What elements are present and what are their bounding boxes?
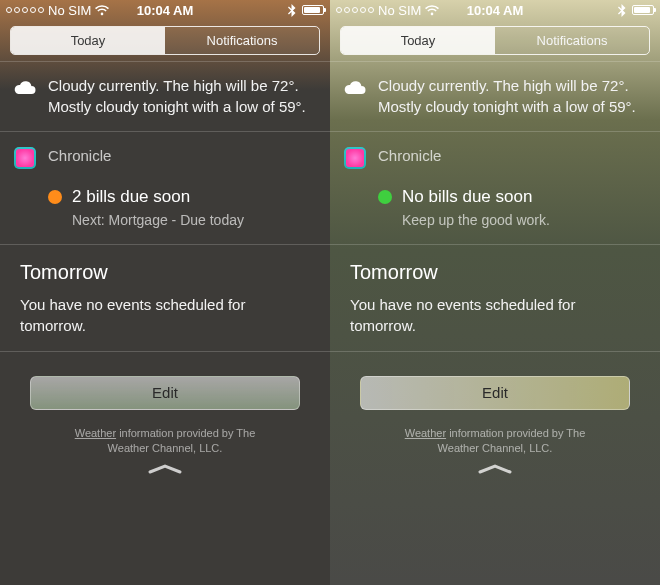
segmented-control: Today Notifications (340, 26, 650, 55)
chronicle-widget[interactable]: Chronicle No bills due soon Keep up the … (330, 132, 660, 243)
widget-headline: 2 bills due soon (72, 185, 190, 208)
weather-section: Cloudy currently. The high will be 72°. … (330, 62, 660, 131)
tomorrow-section: Tomorrow You have no events scheduled fo… (0, 245, 330, 351)
weather-section: Cloudy currently. The high will be 72°. … (0, 62, 330, 131)
chronicle-app-icon (14, 147, 36, 169)
widget-headline: No bills due soon (402, 185, 532, 208)
edit-button[interactable]: Edit (30, 376, 300, 410)
tab-notifications[interactable]: Notifications (495, 27, 649, 54)
tab-notifications[interactable]: Notifications (165, 27, 319, 54)
signal-dots-icon (6, 7, 44, 13)
weather-text: Cloudy currently. The high will be 72°. … (48, 77, 306, 115)
tomorrow-heading: Tomorrow (20, 259, 310, 287)
tomorrow-heading: Tomorrow (350, 259, 640, 287)
status-bar: No SIM 10:04 AM (0, 0, 330, 20)
cloud-icon (14, 77, 36, 99)
widget-subtext: Keep up the good work. (402, 211, 646, 230)
edit-button[interactable]: Edit (360, 376, 630, 410)
status-bar: No SIM 10:04 AM (330, 0, 660, 20)
tab-today[interactable]: Today (341, 27, 495, 54)
tomorrow-text: You have no events scheduled for tomorro… (20, 295, 310, 336)
bluetooth-icon (288, 4, 296, 17)
tab-today[interactable]: Today (11, 27, 165, 54)
wifi-icon (95, 5, 109, 16)
screenshot-left: No SIM 10:04 AM Today Notifications Clou… (0, 0, 330, 585)
view-tabs: Today Notifications (0, 20, 330, 61)
carrier-label: No SIM (48, 3, 91, 18)
status-dot-icon (48, 190, 62, 204)
battery-icon (302, 5, 324, 15)
tomorrow-section: Tomorrow You have no events scheduled fo… (330, 245, 660, 351)
tomorrow-text: You have no events scheduled for tomorro… (350, 295, 640, 336)
pull-handle[interactable] (475, 463, 515, 475)
weather-attribution-link[interactable]: Weather (405, 427, 446, 439)
weather-text: Cloudy currently. The high will be 72°. … (378, 77, 636, 115)
chronicle-widget[interactable]: Chronicle 2 bills due soon Next: Mortgag… (0, 132, 330, 243)
carrier-label: No SIM (378, 3, 421, 18)
wifi-icon (425, 5, 439, 16)
widget-app-name: Chronicle (48, 146, 316, 167)
widget-subtext: Next: Mortgage - Due today (72, 211, 316, 230)
widget-app-name: Chronicle (378, 146, 646, 167)
weather-attribution-link[interactable]: Weather (75, 427, 116, 439)
chronicle-app-icon (344, 147, 366, 169)
weather-attribution: Weather information provided by The Weat… (55, 426, 275, 456)
view-tabs: Today Notifications (330, 20, 660, 61)
bluetooth-icon (618, 4, 626, 17)
weather-attribution: Weather information provided by The Weat… (385, 426, 605, 456)
status-dot-icon (378, 190, 392, 204)
pull-handle[interactable] (145, 463, 185, 475)
cloud-icon (344, 77, 366, 99)
signal-dots-icon (336, 7, 374, 13)
screenshot-right: No SIM 10:04 AM Today Notifications Clou… (330, 0, 660, 585)
clock-label: 10:04 AM (467, 3, 524, 18)
segmented-control: Today Notifications (10, 26, 320, 55)
battery-icon (632, 5, 654, 15)
clock-label: 10:04 AM (137, 3, 194, 18)
